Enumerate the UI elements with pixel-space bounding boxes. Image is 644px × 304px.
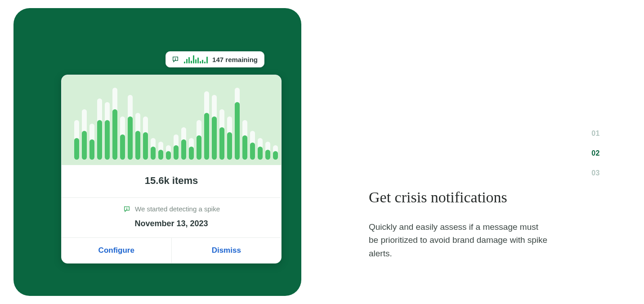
- step-indicator: 010203: [591, 130, 600, 177]
- chart-bar: [212, 95, 217, 160]
- step-01[interactable]: 01: [591, 130, 600, 138]
- chart-bar: [204, 91, 209, 160]
- sparkline-bar: [191, 61, 192, 63]
- svg-point-1: [175, 59, 176, 60]
- sparkline-bar: [197, 58, 199, 63]
- chart-bar: [197, 120, 201, 160]
- sparkline-bar: [188, 57, 190, 63]
- detect-date: November 13, 2023: [66, 219, 277, 228]
- items-count: 15.6k items: [62, 165, 281, 198]
- chart-bar: [105, 102, 110, 160]
- remaining-text: 147 remaining: [212, 56, 258, 63]
- chart-bar: [235, 88, 240, 160]
- svg-point-3: [126, 209, 127, 210]
- chart-bar: [82, 109, 87, 160]
- spike-chart: [62, 75, 281, 165]
- chart-bar: [242, 120, 247, 160]
- detect-section: We started detecting a spike November 13…: [62, 198, 281, 238]
- sparkline-bar: [186, 59, 188, 63]
- speech-alert-icon: [123, 206, 131, 213]
- feature-description: Quickly and easily assess if a message m…: [369, 220, 549, 260]
- chart-bar: [189, 138, 194, 160]
- chart-bar: [89, 124, 94, 160]
- chart-bar: [219, 109, 224, 160]
- chart-bar: [128, 95, 133, 160]
- sparkline-bar: [202, 60, 203, 63]
- chart-bar: [250, 131, 255, 160]
- sparkline-bar: [204, 62, 206, 63]
- sparkline-bar: [195, 59, 197, 63]
- chart-bar: [174, 134, 179, 160]
- feature-heading: Get crisis notifications: [369, 189, 507, 206]
- sparkline-bar: [206, 57, 208, 63]
- chart-bar: [258, 138, 263, 160]
- chart-bar: [112, 88, 117, 160]
- dismiss-button[interactable]: Dismiss: [172, 238, 282, 263]
- chart-bar: [135, 113, 140, 160]
- configure-button[interactable]: Configure: [62, 238, 172, 263]
- chart-bar: [143, 116, 148, 160]
- speech-alert-icon: [171, 56, 179, 63]
- feature-panel: 147 remaining 15.6k items We started det…: [13, 8, 301, 296]
- chart-bar: [74, 120, 79, 160]
- remaining-chip: 147 remaining: [165, 51, 264, 67]
- sparkline-bar: [193, 55, 194, 63]
- spike-card: 15.6k items We started detecting a spike…: [61, 75, 282, 264]
- chart-bar: [151, 138, 156, 160]
- step-03[interactable]: 03: [591, 169, 600, 177]
- chart-bar: [97, 98, 102, 160]
- chip-sparkline: [184, 55, 208, 63]
- step-02[interactable]: 02: [591, 149, 600, 157]
- card-actions: Configure Dismiss: [62, 238, 281, 263]
- detect-text: We started detecting a spike: [135, 205, 220, 213]
- chart-bar: [158, 142, 163, 160]
- chart-bar: [181, 127, 186, 160]
- chart-bar: [166, 145, 171, 160]
- chart-bar: [227, 116, 232, 160]
- sparkline-bar: [184, 62, 185, 63]
- chart-bar: [120, 116, 125, 160]
- sparkline-bar: [200, 61, 201, 63]
- chart-bar: [265, 142, 270, 160]
- chart-bar: [273, 145, 278, 160]
